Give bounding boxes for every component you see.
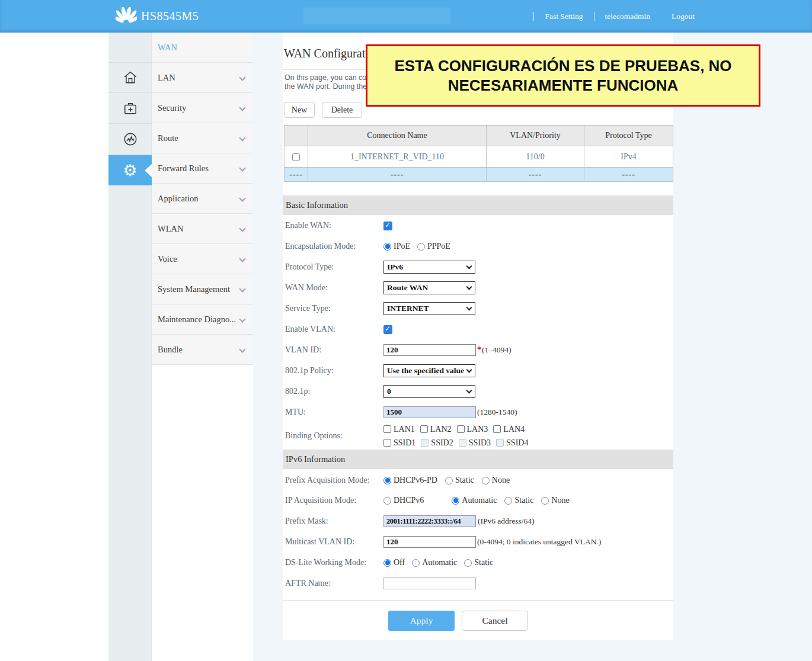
lan4-label: LAN4 [503,425,525,434]
rail-item-diagnostics[interactable] [108,124,152,155]
logout-link[interactable]: Logout [661,12,705,21]
rail-item-setup[interactable] [108,94,152,124]
dslite-automatic-radio[interactable] [412,559,420,567]
protocol-type-select[interactable]: IPv6 [383,261,475,274]
dslite-automatic-label: Automatic [422,558,457,567]
ssid1-checkbox[interactable] [383,439,391,447]
prefix-mask-input[interactable] [383,515,476,527]
dash-cell: ---- [284,168,308,182]
sidebar-item-wlan[interactable]: WLAN [152,214,253,244]
prefix-none-radio[interactable] [482,477,490,484]
ssid2-checkbox [421,439,429,447]
vlan-id-row: VLAN ID: * (1–4094) [285,344,512,357]
ip-static-radio[interactable] [504,497,512,505]
cancel-button[interactable]: Cancel [462,611,528,631]
header-highlight [303,8,450,24]
chevron-down-icon [239,165,245,171]
aftr-name-row: AFTR Name: [285,577,476,590]
mtu-row: MTU: (1280-1540) [285,406,517,419]
note-line1: ESTA CONFIGURACIÓN ES DE PRUEBAS, NO [394,56,731,76]
aftr-name-input[interactable] [383,577,476,589]
dslite-off-radio[interactable] [383,559,391,567]
sidebar-item-label: WAN [158,43,177,52]
dslite-static-radio[interactable] [464,559,472,567]
ip-automatic-radio[interactable] [452,497,459,505]
mtu-input[interactable] [383,406,476,418]
chevron-down-icon [466,304,472,310]
encapsulation-mode-row: Encapsulation Mode: IPoE PPPoE [285,240,450,253]
ip-none-radio[interactable] [541,497,549,505]
chevron-down-icon [239,134,245,141]
multicast-vlan-input[interactable] [383,536,476,548]
dhcpv6-pd-radio[interactable] [383,477,391,484]
sidebar-item-maintenance-diagnose[interactable]: Maintenance Diagno... [152,304,253,335]
delete-button[interactable]: Delete [322,102,362,118]
rail-item-home[interactable] [108,63,152,93]
dhcpv6-radio[interactable] [383,497,391,505]
8021p-select[interactable]: 0 [383,385,475,398]
connection-name-cell[interactable]: 1_INTERNET_R_VID_110 [308,146,487,168]
lan2-checkbox[interactable] [420,425,428,433]
sidebar-item-security[interactable]: Security [152,93,253,123]
ssid3-label: SSID3 [469,438,491,448]
wan-mode-select[interactable]: Route WAN [383,281,475,294]
lan1-label: LAN1 [394,425,415,434]
rail-item-settings[interactable]: ⚙ [108,155,152,185]
basic-information-header: Basic Information [283,195,673,215]
sidebar-item-bundle[interactable]: Bundle [152,335,253,365]
table-row-selected[interactable]: ---- ---- ---- ---- [284,168,673,182]
service-type-select[interactable]: INTERNET [383,302,475,315]
sidebar-item-label: Forward Rules [158,163,209,173]
chevron-down-icon [239,346,245,352]
sidebar-item-voice[interactable]: Voice [152,244,253,274]
8021p-policy-select[interactable]: Use the specified value [383,364,475,377]
enable-wan-label: Enable WAN: [285,221,383,230]
prefix-acquisition-row: Prefix Acquisition Mode: DHCPv6-PD Stati… [285,474,510,487]
sidebar-item-wan[interactable]: WAN [152,33,253,63]
protocol-type-value: IPv6 [387,262,403,272]
chevron-down-icon [239,104,245,111]
prefix-static-radio[interactable] [445,477,453,484]
enable-vlan-checkbox[interactable] [383,325,392,334]
ssid3-checkbox [459,439,466,447]
chevron-down-icon [466,284,472,290]
test-warning-note: ESTA CONFIGURACIÓN ES DE PRUEBAS, NO NEC… [366,44,760,107]
sidebar-item-application[interactable]: Application [152,184,253,214]
ip-acquisition-row: IP Acquisition Mode: DHCPv6 Automatic St… [285,494,570,507]
sidebar-item-label: System Management [158,284,230,294]
prefix-mask-label: Prefix Mask: [285,516,383,526]
lan3-checkbox[interactable] [457,425,465,433]
fast-setting-link[interactable]: Fast Setting [534,12,593,21]
enable-wan-checkbox[interactable] [383,222,392,230]
ipoe-radio[interactable] [383,243,391,251]
lan4-checkbox[interactable] [493,425,501,433]
row-checkbox[interactable] [292,153,300,161]
lan1-checkbox[interactable] [383,425,391,433]
chevron-down-icon [239,74,245,81]
mtu-hint: (1280-1540) [477,407,517,417]
active-rail-arrow [145,164,152,177]
enable-vlan-row: Enable VLAN: [285,323,392,336]
sidebar-item-system-management[interactable]: System Management [152,274,253,304]
chevron-down-icon [239,316,245,322]
pppoe-radio[interactable] [417,243,425,251]
vlan-id-label: VLAN ID: [285,345,383,355]
dash-cell: ---- [308,168,487,182]
ip-static-label: Static [514,496,533,505]
header-links: Fast Setting telecomadmin Logout [533,0,705,33]
apply-button[interactable]: Apply [388,611,455,631]
sidebar-item-lan[interactable]: LAN [152,63,253,93]
sidebar-item-label: Application [158,194,198,203]
gauge-icon [123,131,138,147]
pppoe-label: PPPoE [427,242,450,251]
sidebar-item-forward-rules[interactable]: Forward Rules [152,153,253,184]
prefix-none-label: None [492,476,510,485]
8021p-policy-row: 802.1p Policy: Use the specified value [285,364,475,377]
sidebar-item-route[interactable]: Route [152,123,253,153]
vlan-id-input[interactable] [383,344,476,356]
new-button[interactable]: New [284,102,315,118]
8021p-policy-label: 802.1p Policy: [285,366,383,376]
service-type-value: INTERNET [387,304,429,313]
table-row: 1_INTERNET_R_VID_110 110/0 IPv4 [284,146,673,168]
mtu-label: MTU: [285,407,383,417]
